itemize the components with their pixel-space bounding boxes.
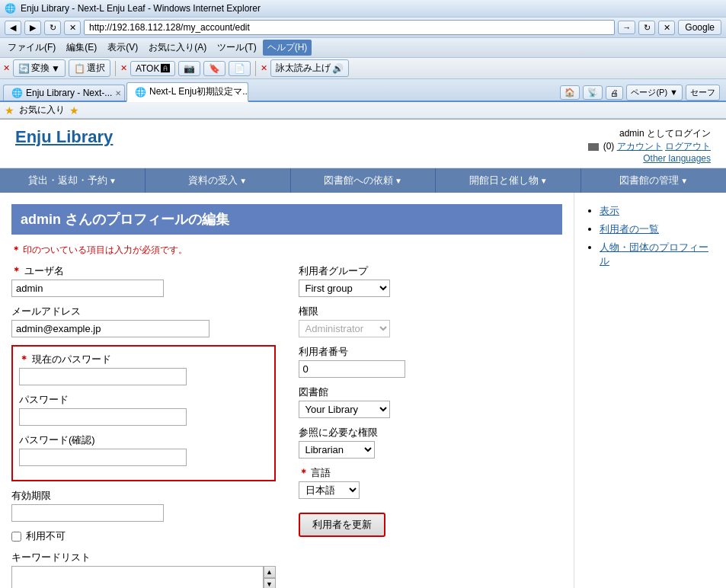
go-button[interactable]: → xyxy=(618,21,635,34)
toolbar-convert[interactable]: 🔄 変換 ▼ xyxy=(13,59,66,77)
library-select[interactable]: Your Library xyxy=(299,401,390,418)
forward-button[interactable]: ▶ xyxy=(24,21,41,35)
ref-authority-select[interactable]: Librarian xyxy=(299,441,375,459)
nav-arrow-4: ▼ xyxy=(680,177,688,185)
select-icon: 📋 xyxy=(74,63,85,74)
update-button[interactable]: 利用者を更新 xyxy=(299,513,385,537)
tab-favicon-1: 🌐 xyxy=(135,87,146,97)
sidebar-link-profile[interactable]: 人物・団体のプロフィール xyxy=(600,241,708,267)
home-button[interactable]: 🏠 xyxy=(560,85,580,100)
username-label: ＊ ユーザ名 xyxy=(11,264,276,278)
atok-icon: 🅰 xyxy=(161,63,170,74)
current-password-label: ＊ 現在のパスワード xyxy=(19,353,268,366)
account-links: (0) アカウント ログアウト xyxy=(588,140,711,153)
toolbar-icon2[interactable]: 🔖 xyxy=(203,61,225,76)
stop-button[interactable]: ✕ xyxy=(64,21,81,35)
toolbar-select[interactable]: 📋 選択 xyxy=(69,59,110,77)
nav-arrow-3: ▼ xyxy=(540,177,548,185)
favorites-add[interactable]: ★ xyxy=(69,104,79,117)
user-group-select[interactable]: First group xyxy=(299,280,390,297)
refresh-button[interactable]: ↻ xyxy=(44,21,61,35)
nav-lending[interactable]: 貸出・返却・予約 ▼ xyxy=(0,168,146,193)
authority-select[interactable]: Administrator xyxy=(299,320,390,337)
audio-icon: 🔊 xyxy=(332,63,344,74)
sidebar-nav: 表示 利用者の一覧 人物・団体のプロフィール xyxy=(586,204,715,268)
refresh-button2[interactable]: ↻ xyxy=(638,21,655,35)
page-button[interactable]: ページ(P) ▼ xyxy=(626,85,683,101)
toolbar-icon3[interactable]: 📄 xyxy=(229,61,251,76)
header-right: admin としてログイン (0) アカウント ログアウト Other lang… xyxy=(588,127,711,164)
sidebar-item-show: 表示 xyxy=(600,204,715,218)
menu-favorites[interactable]: お気に入り(A) xyxy=(144,40,211,56)
email-label: メールアドレス xyxy=(11,305,276,318)
nav-events[interactable]: 開館日と催し物 ▼ xyxy=(436,168,581,193)
language-label: ＊ 言語 xyxy=(299,466,563,480)
tab-close-0[interactable]: ✕ xyxy=(115,89,121,97)
menu-help[interactable]: ヘルプ(H) xyxy=(263,40,312,56)
main-nav: 貸出・返却・予約 ▼ 資料の受入 ▼ 図書館への依頼 ▼ 開館日と催し物 ▼ 図… xyxy=(0,168,726,193)
disabled-label: 利用不可 xyxy=(26,529,66,543)
convert-icon: 🔄 xyxy=(18,63,30,74)
login-info: admin としてログイン xyxy=(588,127,711,140)
library-label: 図書館 xyxy=(299,385,563,399)
scroll-down-button[interactable]: ▼ xyxy=(264,578,276,588)
stop-button2[interactable]: ✕ xyxy=(658,21,675,35)
sidebar-item-users: 利用者の一覧 xyxy=(600,222,715,236)
keywords-field-group: キーワードリスト ▲ ▼ xyxy=(11,551,276,588)
menu-tools[interactable]: ツール(T) xyxy=(213,40,261,56)
browser-title: Enju Library - Next-L Enju Leaf - Window… xyxy=(21,3,261,14)
language-select[interactable]: 日本語 xyxy=(299,481,360,499)
password-confirm-input[interactable] xyxy=(19,449,187,466)
menu-edit[interactable]: 編集(E) xyxy=(62,40,101,56)
keywords-label: キーワードリスト xyxy=(11,551,276,564)
password-section: ＊ 現在のパスワード パスワード パスワード(確認) xyxy=(11,345,276,481)
nav-request[interactable]: 図書館への依頼 ▼ xyxy=(291,168,437,193)
expiry-input[interactable] xyxy=(11,504,164,522)
username-input[interactable] xyxy=(11,280,164,297)
tab-1[interactable]: 🌐 Next-L Enju初期設定マ... ✕ xyxy=(126,82,248,102)
sidebar-link-show[interactable]: 表示 xyxy=(600,205,619,216)
keywords-input[interactable] xyxy=(11,566,264,588)
email-input[interactable] xyxy=(11,320,209,337)
other-languages-link[interactable]: Other languages xyxy=(643,153,711,164)
language-field-group: ＊ 言語 日本語 xyxy=(299,466,563,499)
sidebar-item-profile: 人物・団体のプロフィール xyxy=(600,241,715,268)
toolbar-yomage[interactable]: 詠太読み上げ 🔊 xyxy=(270,59,349,77)
password-confirm-label: パスワード(確認) xyxy=(19,433,268,447)
toolbar-icon1[interactable]: 📷 xyxy=(178,61,200,76)
safety-button[interactable]: セーフ xyxy=(686,85,720,101)
current-password-field-group: ＊ 現在のパスワード xyxy=(19,353,268,385)
google-search[interactable]: Google xyxy=(678,20,721,35)
back-button[interactable]: ◀ xyxy=(5,21,21,35)
account-link[interactable]: アカウント xyxy=(617,141,663,152)
address-bar[interactable] xyxy=(84,20,615,35)
username-field-group: ＊ ユーザ名 xyxy=(11,264,276,297)
nav-management[interactable]: 図書館の管理 ▼ xyxy=(581,168,726,193)
form-col-right: 利用者グループ First group 権限 Administrator xyxy=(299,264,563,588)
logo[interactable]: Enju Library xyxy=(15,127,113,147)
logout-link[interactable]: ログアウト xyxy=(665,141,711,152)
menu-view[interactable]: 表示(V) xyxy=(103,40,142,56)
nav-arrow-1: ▼ xyxy=(239,177,247,185)
password-label: パスワード xyxy=(19,393,268,407)
browser-favicon: 🌐 xyxy=(5,3,16,14)
user-group-field-group: 利用者グループ First group xyxy=(299,264,563,297)
expiry-label: 有効期限 xyxy=(11,489,276,503)
toolbar-atok[interactable]: ATOK 🅰 xyxy=(130,61,176,76)
sidebar-link-users[interactable]: 利用者の一覧 xyxy=(600,223,659,235)
disabled-checkbox[interactable] xyxy=(11,532,21,542)
arrow-down-icon: ▼ xyxy=(51,63,60,74)
tab-0[interactable]: 🌐 Enju Library - Next-... ✕ xyxy=(3,85,125,101)
password-input[interactable] xyxy=(19,408,187,426)
user-number-input[interactable] xyxy=(299,360,405,378)
current-password-input[interactable] xyxy=(19,368,187,385)
feeds-button[interactable]: 📡 xyxy=(583,85,603,100)
messages-count: (0) xyxy=(603,141,615,152)
password-confirm-field-group: パスワード(確認) xyxy=(19,433,268,466)
scroll-up-button[interactable]: ▲ xyxy=(264,566,276,578)
menu-file[interactable]: ファイル(F) xyxy=(3,40,60,56)
print-button[interactable]: 🖨 xyxy=(606,86,623,100)
nav-arrow-0: ▼ xyxy=(109,177,117,185)
nav-receive[interactable]: 資料の受入 ▼ xyxy=(146,168,291,193)
tab-label-0: Enju Library - Next-... xyxy=(26,88,112,98)
